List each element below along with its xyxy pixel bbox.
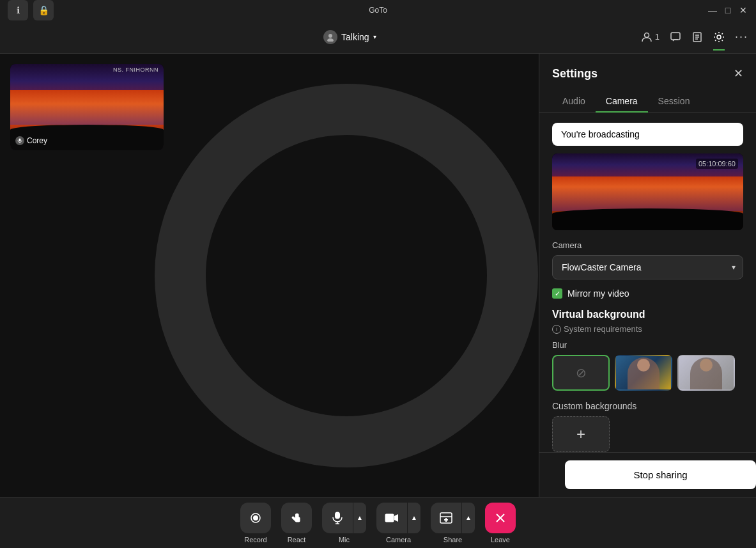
lock-icon: 🔒 [38,5,49,15]
settings-tabs: Audio Camera Session [539,81,756,113]
camera-arrow-button[interactable]: ▲ [408,503,420,533]
talking-label: Talking [341,32,369,42]
user-name: Corey [27,136,47,145]
leave-label: Leave [491,536,510,544]
svg-point-0 [328,34,332,38]
toolbar-right: 1 ··· [641,30,748,43]
record-button[interactable] [240,503,271,533]
video-name-bar: NS. FNIHORNN [113,67,158,73]
blur-label: Blur [552,340,743,350]
camera-button[interactable] [376,503,407,533]
tab-audio[interactable]: Audio [552,91,596,113]
react-control: React [281,503,312,544]
info-button[interactable]: ℹ [8,0,28,20]
mic-arrow-button[interactable]: ▲ [353,503,366,533]
mirror-checkbox[interactable]: ✓ [552,288,562,299]
tab-session[interactable]: Session [648,91,700,113]
none-icon: ⊘ [576,365,587,380]
info-circle-icon: i [552,325,561,334]
share-control: ▲ Share [431,503,475,544]
stop-sharing-button[interactable]: Stop sharing [565,460,756,489]
main-content: NS. FNIHORNN Corey Settings ✕ Audio C [0,54,756,497]
toolbar-center: Talking ▾ [64,30,636,44]
bg-option-blur2[interactable] [677,355,735,391]
record-label: Record [244,536,266,544]
settings-title: Settings [552,67,598,81]
settings-footer: Stop sharing [539,452,756,497]
close-button[interactable]: ✕ [738,5,748,15]
camera-label: Camera [552,240,743,250]
add-background-button[interactable]: + [552,416,610,452]
custom-bg-title: Custom backgrounds [552,401,743,411]
lock-button[interactable]: 🔒 [33,0,54,20]
avatar-icon [323,30,337,44]
mirror-label: Mirror my video [567,288,629,299]
plus-icon: + [576,425,585,443]
settings-button[interactable] [713,31,725,43]
video-user-label: Corey [15,136,47,145]
camera-select[interactable]: FlowCaster Camera [552,255,743,279]
svg-rect-13 [335,512,340,519]
mic-status-icon [15,136,24,145]
bottom-bar: Record React ▲ Mic [0,497,756,548]
svg-rect-3 [671,33,680,40]
svg-point-2 [644,33,649,37]
svg-point-12 [253,515,258,521]
bg-options: ⊘ [552,355,743,391]
camera-select-wrapper: FlowCaster Camera ▾ [552,255,743,279]
participants-button[interactable]: 1 [641,31,660,43]
virtual-bg-title: Virtual background [552,309,743,320]
titlebar: ℹ 🔒 GoTo — □ ✕ [0,0,756,20]
share-label: Share [444,536,462,544]
chat-button[interactable] [670,31,681,43]
settings-panel: Settings ✕ Audio Camera Session You're b… [539,54,756,497]
broadcasting-banner: You're broadcasting [552,123,743,146]
app-title: GoTo [369,6,387,15]
mic-label: Mic [339,536,350,544]
system-requirements-link[interactable]: i System requirements [552,324,743,334]
svg-point-8 [717,35,721,39]
react-label: React [288,536,306,544]
svg-rect-16 [385,513,394,522]
settings-content: You're broadcasting 05:10:09:60 Camera F… [539,113,756,452]
minimize-button[interactable]: — [707,5,718,15]
mic-button[interactable] [322,503,353,533]
camera-control: ▲ Camera [376,503,420,544]
mic-control: ▲ Mic [322,503,366,544]
participants-count: 1 [655,32,660,42]
preview-video: 05:10:09:60 [552,153,743,230]
more-button[interactable]: ··· [735,30,748,43]
circle-decoration [155,84,538,467]
talking-button[interactable]: Talking ▾ [323,30,376,44]
react-button[interactable] [281,503,312,533]
sys-req-label: System requirements [564,324,642,334]
info-icon: ℹ [17,5,20,15]
settings-close-button[interactable]: ✕ [734,67,743,81]
bg-option-blur1[interactable] [615,355,672,391]
share-button[interactable] [431,503,461,533]
svg-point-1 [327,38,334,42]
tab-camera[interactable]: Camera [596,91,648,113]
toolbar: Talking ▾ 1 [0,20,756,54]
chevron-down-icon: ▾ [373,33,376,40]
leave-control: Leave [485,503,516,544]
window-controls: — □ ✕ [707,5,748,15]
maximize-button[interactable]: □ [723,5,733,15]
svg-rect-9 [19,139,21,142]
record-control: Record [240,503,271,544]
mirror-row[interactable]: ✓ Mirror my video [552,288,743,299]
camera-label-bottom: Camera [386,536,411,544]
settings-header: Settings ✕ [539,54,756,81]
preview-timer: 05:10:09:60 [696,159,738,169]
leave-button[interactable] [485,503,516,533]
video-thumbnail: NS. FNIHORNN Corey [10,64,164,150]
share-arrow-button[interactable]: ▲ [462,503,475,533]
video-area: NS. FNIHORNN Corey [0,54,539,497]
bg-option-none[interactable]: ⊘ [552,355,610,391]
notes-button[interactable] [691,31,703,43]
